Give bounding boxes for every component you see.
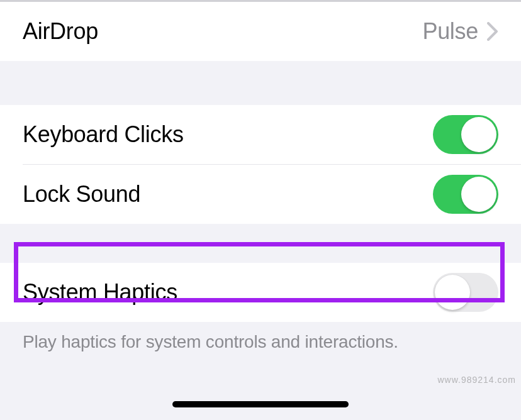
toggle-lock-sound[interactable] [433,175,498,214]
toggle-system-haptics[interactable] [433,273,498,312]
home-indicator[interactable] [172,401,349,407]
row-value-airdrop: Pulse [422,18,478,45]
section-gap-1 [0,61,521,105]
row-label-system-haptics: System Haptics [23,279,177,306]
toggle-knob [461,177,496,212]
row-system-haptics[interactable]: System Haptics [0,263,521,322]
toggle-knob [461,117,496,152]
section-haptics: System Haptics [0,263,521,322]
row-airdrop[interactable]: AirDrop Pulse [0,2,521,61]
footer-text: Play haptics for system controls and int… [0,322,521,352]
section-gap-2 [0,224,521,263]
row-label-lock-sound: Lock Sound [23,181,140,207]
chevron-right-icon [487,22,498,41]
row-label-airdrop: AirDrop [23,18,98,45]
section-airdrop: AirDrop Pulse [0,2,521,61]
toggle-keyboard-clicks[interactable] [433,115,498,154]
row-right-airdrop: Pulse [422,18,498,45]
watermark: www.989214.com [437,375,516,385]
section-sounds: Keyboard Clicks Lock Sound [0,105,521,224]
row-keyboard-clicks[interactable]: Keyboard Clicks [0,105,521,164]
row-label-keyboard-clicks: Keyboard Clicks [23,121,184,148]
row-lock-sound[interactable]: Lock Sound [0,165,521,224]
toggle-knob [435,275,470,310]
